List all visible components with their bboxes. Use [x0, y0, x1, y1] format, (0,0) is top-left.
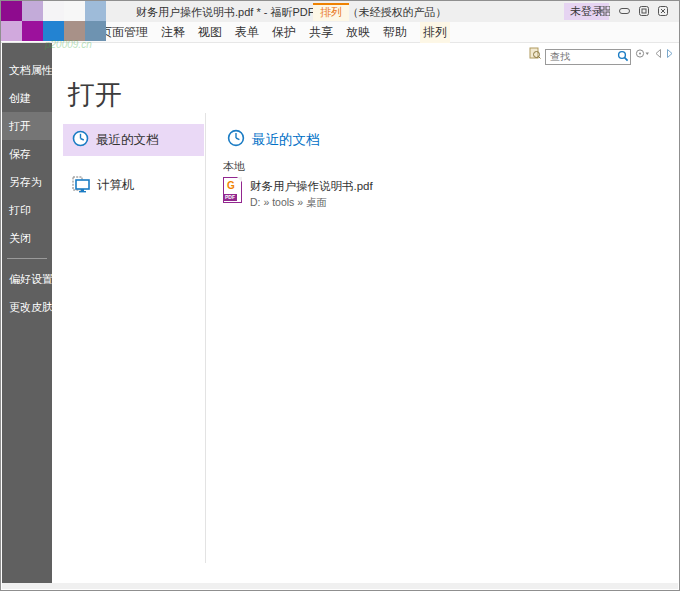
menu-item-share[interactable]: 共享 [309, 22, 333, 43]
page-fold [237, 177, 242, 182]
nav-item-label: 最近的文档 [96, 132, 159, 149]
menu-item-form[interactable]: 表单 [235, 22, 259, 43]
color-palette-artifact [1, 1, 106, 41]
sidebar-item-document-properties[interactable]: 文档属性 [2, 56, 52, 84]
menu-item-page-management[interactable]: 页面管理 [100, 22, 148, 43]
sidebar-item-save[interactable]: 保存 [2, 140, 52, 168]
clock-icon [227, 129, 245, 150]
palette-square [85, 21, 106, 41]
page-title: 打开 [68, 77, 122, 113]
prev-result-icon[interactable] [654, 45, 662, 63]
recent-documents-header: 最近的文档 [227, 129, 320, 150]
active-tab-arrange[interactable]: 排列 [313, 3, 349, 21]
watermark-text: p20009.cn [45, 39, 92, 50]
nav-item-recent-documents[interactable]: 最近的文档 [63, 124, 204, 156]
menu-item-arrange[interactable]: 排列 [420, 22, 450, 43]
window-controls [600, 6, 668, 16]
menu-item-slideshow[interactable]: 放映 [346, 22, 370, 43]
palette-square [1, 21, 22, 41]
palette-square [43, 1, 64, 21]
menu-items: 页面管理 注释 视图 表单 保护 共享 放映 帮助 排列 [100, 22, 450, 43]
pdf-badge: PDF [223, 194, 237, 201]
search-icon[interactable] [617, 48, 629, 66]
computer-icon [72, 175, 90, 196]
sidebar-item-save-as[interactable]: 另存为 [2, 168, 52, 196]
search-area [529, 45, 674, 63]
sidebar-separator [7, 258, 47, 259]
apps-grid-icon[interactable] [600, 6, 610, 16]
palette-square [22, 1, 43, 21]
vertical-divider [205, 113, 206, 563]
sidebar-item-print[interactable]: 打印 [2, 196, 52, 224]
close-icon[interactable] [658, 6, 668, 16]
app-window: 财务用户操作说明书.pdf * - 福昕PDF编辑器（未经授权的产品） 排列 未… [0, 0, 680, 591]
palette-square [1, 1, 22, 21]
palette-square [43, 21, 64, 41]
find-in-document-icon[interactable] [529, 45, 541, 63]
file-info: 财务用户操作说明书.pdf D: » tools » 桌面 [250, 177, 373, 210]
backstage-sidebar: 文档属性 创建 打开 保存 另存为 打印 关闭 偏好设置 更改皮肤 [2, 43, 52, 584]
minimize-icon[interactable] [619, 6, 630, 16]
search-box [545, 46, 631, 62]
sidebar-item-change-skin[interactable]: 更改皮肤 [2, 293, 52, 321]
file-name: 财务用户操作说明书.pdf [250, 179, 373, 194]
palette-square [64, 1, 85, 21]
sidebar-item-close[interactable]: 关闭 [2, 224, 52, 252]
foxit-logo: G [227, 181, 235, 191]
file-path: D: » tools » 桌面 [250, 196, 373, 210]
search-options-icon[interactable] [635, 45, 650, 63]
window-title: 财务用户操作说明书.pdf * - 福昕PDF编辑器（未经授权的产品） [136, 5, 446, 20]
clock-icon [72, 130, 89, 150]
menu-item-view[interactable]: 视图 [198, 22, 222, 43]
restore-icon[interactable] [639, 6, 649, 16]
palette-square [22, 21, 43, 41]
sidebar-item-create[interactable]: 创建 [2, 84, 52, 112]
menu-item-comment[interactable]: 注释 [161, 22, 185, 43]
menu-item-help[interactable]: 帮助 [383, 22, 407, 43]
nav-item-label: 计算机 [97, 177, 135, 194]
recent-file-item[interactable]: G PDF 财务用户操作说明书.pdf D: » tools » 桌面 [223, 177, 373, 210]
palette-square [64, 21, 85, 41]
palette-square [85, 1, 106, 21]
menu-item-protect[interactable]: 保护 [272, 22, 296, 43]
nav-item-computer[interactable]: 计算机 [63, 169, 204, 201]
next-result-icon[interactable] [666, 45, 674, 63]
local-section-label: 本地 [223, 159, 245, 174]
recent-documents-header-label: 最近的文档 [252, 131, 320, 149]
pdf-file-icon: G PDF [223, 177, 242, 203]
status-strip [2, 583, 678, 589]
sidebar-item-open[interactable]: 打开 [2, 112, 52, 140]
sidebar-item-preferences[interactable]: 偏好设置 [2, 265, 52, 293]
